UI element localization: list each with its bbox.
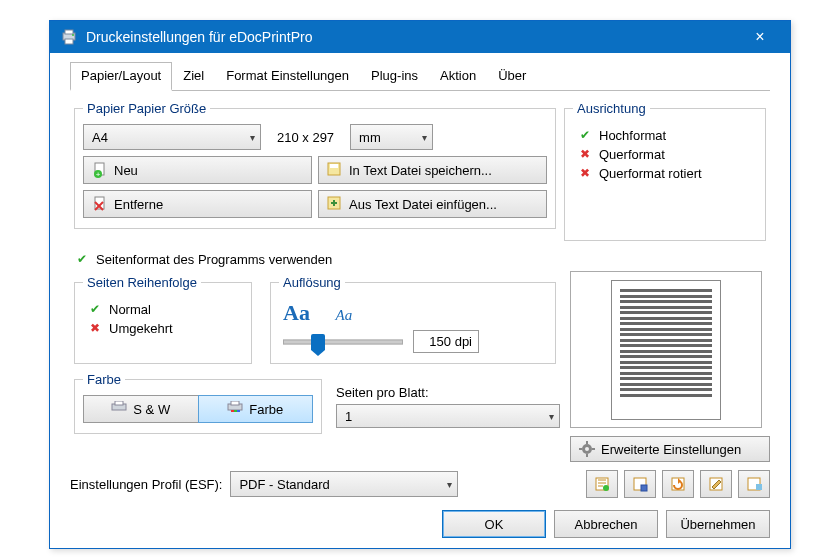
paper-size-legend: Papier Papier Größe [83, 101, 210, 116]
resolution-value: 150 dpi [413, 330, 479, 353]
svg-rect-19 [237, 410, 240, 412]
close-button[interactable]: × [740, 28, 780, 46]
app-icon [60, 28, 78, 46]
color-color-button[interactable]: Farbe [198, 395, 314, 423]
remove-page-icon [92, 196, 108, 212]
resolution-slider[interactable] [283, 332, 403, 352]
svg-rect-1 [65, 30, 73, 34]
profile-add-icon [746, 476, 762, 492]
tab-aktion[interactable]: Aktion [429, 62, 487, 91]
color-group: Farbe S & W Farbe [74, 372, 322, 434]
paper-remove-button[interactable]: Entferne [83, 190, 312, 218]
paper-dimensions: 210 x 297 [277, 130, 334, 145]
orientation-legend: Ausrichtung [573, 101, 650, 116]
dialog-window: Druckeinstellungen für eDocPrintPro × Pa… [49, 20, 791, 549]
profile-save-button[interactable] [624, 470, 656, 498]
selected-icon: ✔ [87, 301, 103, 317]
orientation-landscape-rotated[interactable]: ✖ Querformat rotiert [577, 165, 753, 181]
tab-strip: Papier/Layout Ziel Format Einstellungen … [70, 61, 770, 91]
tab-format-einstellungen[interactable]: Format Einstellungen [215, 62, 360, 91]
cancel-button[interactable]: Abbrechen [554, 510, 658, 538]
profile-add-button[interactable] [738, 470, 770, 498]
page-order-legend: Seiten Reihenfolge [83, 275, 201, 290]
profile-open-button[interactable] [586, 470, 618, 498]
profile-edit-icon [708, 476, 724, 492]
paper-size-select[interactable]: A4 [83, 124, 261, 150]
svg-point-27 [603, 485, 609, 491]
resolution-group: Auflösung Aa Aa 150 dpi [270, 275, 556, 364]
svg-rect-2 [65, 39, 73, 44]
svg-rect-14 [115, 401, 123, 405]
paper-size-group: Papier Papier Größe A4 210 x 297 mm + Ne… [74, 101, 556, 229]
svg-rect-29 [641, 485, 647, 491]
pages-per-sheet-label: Seiten pro Blatt: [336, 385, 560, 400]
page-order-group: Seiten Reihenfolge ✔ Normal ✖ Umgekehrt [74, 275, 252, 364]
profile-open-icon [594, 476, 610, 492]
printer-color-icon [227, 401, 243, 417]
plus-page-icon: + [92, 162, 108, 178]
ok-button[interactable]: OK [442, 510, 546, 538]
extended-settings-button[interactable]: Erweiterte Einstellungen [570, 436, 770, 462]
svg-point-21 [585, 447, 589, 451]
tab-papier-layout[interactable]: Papier/Layout [70, 62, 172, 91]
svg-rect-8 [330, 164, 338, 168]
unselected-icon: ✖ [577, 165, 593, 181]
profile-edit-button[interactable] [700, 470, 732, 498]
apply-button[interactable]: Übernehmen [666, 510, 770, 538]
gear-icon [579, 441, 595, 457]
paper-save-txt-button[interactable]: In Text Datei speichern... [318, 156, 547, 184]
profile-label: Einstellungen Profil (ESF): [70, 477, 222, 492]
orientation-group: Ausrichtung ✔ Hochformat ✖ Querformat ✖ … [564, 101, 766, 241]
tab-ziel[interactable]: Ziel [172, 62, 215, 91]
color-bw-button[interactable]: S & W [83, 395, 198, 423]
unselected-icon: ✖ [577, 146, 593, 162]
profile-refresh-icon [670, 476, 686, 492]
checkmark-icon: ✔ [74, 251, 90, 267]
printer-bw-icon [111, 401, 127, 417]
svg-rect-33 [756, 484, 762, 490]
page-order-reversed[interactable]: ✖ Umgekehrt [87, 320, 239, 336]
title-bar: Druckeinstellungen für eDocPrintPro × [50, 21, 790, 53]
profile-refresh-button[interactable] [662, 470, 694, 498]
profile-save-icon [632, 476, 648, 492]
profile-select[interactable]: PDF - Standard [230, 471, 458, 497]
window-title: Druckeinstellungen für eDocPrintPro [86, 29, 740, 45]
svg-rect-17 [231, 410, 234, 412]
color-legend: Farbe [83, 372, 125, 387]
orientation-portrait[interactable]: ✔ Hochformat [577, 127, 753, 143]
pages-per-sheet-select[interactable]: 1 [336, 404, 560, 428]
paper-load-txt-button[interactable]: Aus Text Datei einfügen... [318, 190, 547, 218]
page-preview [570, 271, 762, 428]
save-text-icon [327, 162, 343, 178]
orientation-landscape[interactable]: ✖ Querformat [577, 146, 753, 162]
paper-new-button[interactable]: + Neu [83, 156, 312, 184]
use-program-format-checkbox[interactable]: ✔ Seitenformat des Programms verwenden [74, 251, 766, 267]
unselected-icon: ✖ [87, 320, 103, 336]
aa-small-icon: Aa [336, 307, 353, 323]
load-text-icon [327, 196, 343, 212]
resolution-legend: Auflösung [279, 275, 345, 290]
paper-unit-select[interactable]: mm [350, 124, 433, 150]
page-order-normal[interactable]: ✔ Normal [87, 301, 239, 317]
aa-large-icon: Aa [283, 300, 310, 325]
svg-rect-18 [234, 410, 237, 412]
tab-ueber[interactable]: Über [487, 62, 537, 91]
tab-plugins[interactable]: Plug-ins [360, 62, 429, 91]
selected-icon: ✔ [577, 127, 593, 143]
svg-point-3 [72, 34, 74, 36]
svg-rect-16 [231, 401, 239, 405]
svg-text:+: + [96, 170, 101, 178]
